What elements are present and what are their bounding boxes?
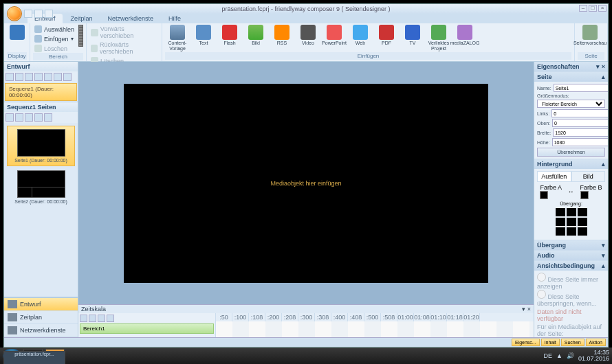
status-aktion[interactable]: Aktion (586, 339, 606, 346)
statusbar: Eigensc... Inhalt Suchen Aktion (4, 337, 608, 347)
tool-btn[interactable] (6, 73, 14, 81)
qat-undo-icon[interactable] (34, 10, 43, 18)
windows-taskbar: 📁 ◉ präsentation.fcpr... DE ▲ 🔊 14:3501.… (0, 348, 612, 364)
maximize-button[interactable]: □ (589, 5, 597, 12)
name-input[interactable] (554, 84, 608, 92)
image-button[interactable]: Bild (243, 25, 268, 46)
tv-button[interactable]: TV (400, 25, 425, 46)
status-inhalt[interactable]: Inhalt (541, 339, 560, 346)
tool-btn[interactable] (34, 73, 43, 81)
dir-btn[interactable] (567, 208, 576, 216)
video-button[interactable]: Video (296, 25, 320, 46)
tray-icon[interactable]: ▲ (556, 352, 562, 359)
eigenschaften-header[interactable]: Eigenschaften▾ × (534, 62, 608, 71)
tl-tool[interactable] (89, 315, 96, 322)
quick-access-toolbar (7, 6, 53, 21)
timeline-rows[interactable] (216, 321, 534, 337)
link-icon (431, 25, 446, 40)
tl-tool[interactable] (98, 315, 105, 322)
tool-btn[interactable] (44, 73, 52, 81)
mediazalog-button[interactable]: mediaZALOG (452, 25, 477, 46)
breite-input[interactable] (553, 128, 608, 137)
status-suchen[interactable]: Suchen (561, 339, 584, 346)
qat-redo-icon[interactable] (45, 10, 53, 18)
bg-tab-ausfullen[interactable]: Ausfüllen (537, 171, 571, 182)
tool-btn[interactable] (15, 73, 23, 81)
ansicht-header[interactable]: Ansichtsbedingung▴ (534, 261, 608, 271)
app-taskbtn[interactable]: präsentation.fcpr... (3, 351, 65, 364)
properties-column: Eigenschaften▾ × Seite▴ Name: Größenmodu… (534, 62, 608, 337)
tool-btn[interactable] (25, 73, 33, 81)
dir-btn[interactable] (578, 208, 587, 216)
lang-indicator[interactable]: DE (544, 352, 553, 359)
dir-btn[interactable] (556, 208, 565, 216)
color-a-swatch[interactable] (540, 191, 548, 199)
content-template-button[interactable]: Content-Vorlage (165, 25, 190, 52)
preview-icon (582, 25, 598, 40)
tab-netzwerkdienste[interactable]: Netzwerkdienste (101, 14, 161, 23)
forward-icon (91, 29, 98, 36)
flash-button[interactable]: Flash (217, 25, 242, 46)
tool-btn[interactable] (25, 113, 33, 122)
window-title: präsentation.fcprj - friendlyway compose… (221, 5, 390, 12)
hohe-input[interactable] (552, 138, 608, 146)
text-button[interactable]: Text (191, 25, 216, 46)
timeline-bereich-item[interactable]: Bereich1 (80, 323, 214, 334)
timeline-collapse[interactable]: ▾ × (522, 306, 531, 312)
page-thumb-2[interactable]: Seite2 (Dauer: 00:00:00) (7, 170, 75, 204)
nav-netzwerkdienste[interactable]: Netzwerkdienste (4, 324, 78, 337)
status-eigenschaften[interactable]: Eigensc... (512, 339, 540, 346)
dir-btn[interactable] (567, 218, 576, 226)
color-b-swatch[interactable] (580, 191, 589, 199)
tool-btn[interactable] (44, 113, 52, 122)
web-button[interactable]: Web (348, 25, 373, 46)
dir-btn[interactable] (578, 218, 587, 226)
sequence-item[interactable]: Sequenz1 (Dauer: 00:00:00) (5, 83, 77, 101)
tool-btn[interactable] (6, 113, 14, 122)
tab-zeitplan[interactable]: Zeitplan (64, 14, 100, 23)
page-preview-button[interactable]: Seitenvorschau (578, 25, 602, 46)
loschen-button[interactable]: Löschen (33, 44, 76, 53)
ruckwarts-button[interactable]: Rückwärts verschieben (89, 41, 159, 56)
design-canvas[interactable]: Mediaobjekt hier einfügen (124, 84, 488, 283)
audio-header[interactable]: Audio▾ (534, 251, 608, 260)
qat-save-icon[interactable] (24, 10, 32, 18)
tray-icon[interactable]: 🔊 (567, 352, 574, 359)
bg-tab-bild[interactable]: Bild (571, 171, 606, 182)
rss-button[interactable]: RSS (270, 25, 294, 46)
dir-btn[interactable] (556, 218, 565, 226)
tool-btn[interactable] (15, 113, 23, 122)
tl-tool[interactable] (80, 315, 87, 322)
einfugen-button[interactable]: Einfügen▾ (33, 34, 76, 43)
tool-btn[interactable] (34, 113, 43, 122)
vorwarts-button[interactable]: Vorwärts verschieben (89, 25, 159, 40)
dir-btn[interactable] (567, 227, 576, 236)
linked-project-button[interactable]: Verlinktes Projekt (426, 25, 451, 52)
dir-btn[interactable] (556, 227, 565, 236)
seite-header[interactable]: Seite▴ (534, 72, 608, 82)
close-button[interactable]: × (598, 5, 606, 12)
tool-btn[interactable] (63, 73, 72, 81)
pdf-button[interactable]: PDF (374, 25, 399, 46)
clock[interactable]: 14:3501.07.2016 (578, 350, 609, 362)
tab-hilfe[interactable]: Hilfe (162, 14, 188, 23)
hintergrund-header[interactable]: Hintergrund▴ (534, 159, 608, 169)
oben-input[interactable] (552, 119, 608, 127)
powerpoint-button[interactable]: PowerPoint (322, 25, 347, 46)
display-button[interactable] (7, 25, 27, 41)
ubernehmen-button[interactable]: Übernehmen (537, 148, 605, 157)
links-input[interactable] (551, 109, 608, 117)
ubergang-header[interactable]: Übergang▾ (534, 240, 608, 250)
nav-zeitplan[interactable]: Zeitplan (4, 311, 78, 324)
timeline-grid[interactable]: :50:100:108:200:208:300:308:400:408:500:… (216, 313, 534, 337)
sizemode-select[interactable]: Fixierter Bereich (537, 100, 605, 108)
auswahlen-button[interactable]: Auswählen (33, 25, 76, 34)
nav-entwurf[interactable]: Entwurf (4, 298, 78, 311)
page-thumb-1[interactable]: Seite1 (Dauer: 00:00:00) (7, 126, 75, 166)
tool-btn[interactable] (54, 73, 62, 81)
minimize-button[interactable]: – (579, 5, 587, 12)
tl-tool[interactable] (107, 315, 114, 322)
app-menu-orb[interactable] (7, 6, 22, 21)
dir-btn[interactable] (578, 227, 587, 236)
tick: :208 (282, 313, 298, 321)
